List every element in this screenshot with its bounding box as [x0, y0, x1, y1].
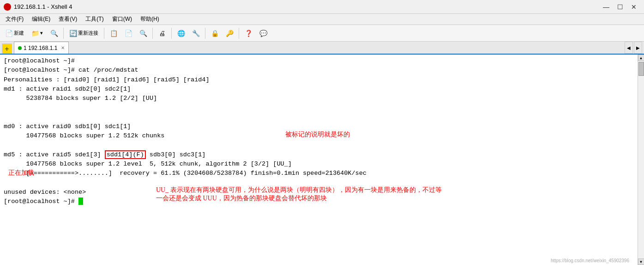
chat-icon: 💬 — [259, 30, 267, 37]
tab-close-button[interactable]: ✕ — [61, 45, 65, 50]
annotation-bad-label: 被标记的说明就是坏的 — [285, 130, 350, 139]
search-icon: 🔍 — [50, 30, 58, 37]
reconnect-label: 重新连接 — [78, 30, 98, 37]
add-tab-button[interactable]: + — [2, 43, 12, 54]
title-bar: 192.168.1.1 - Xshell 4 — ☐ ✕ — [0, 0, 644, 14]
open-dropdown: ▾ — [40, 30, 43, 36]
scroll-thumb[interactable] — [638, 62, 644, 76]
scroll-down-button[interactable]: ▼ — [638, 259, 644, 265]
reconnect-button[interactable]: 🔄 重新连接 — [66, 27, 102, 40]
terminal-line-algo: 10477568 blocks super 1.2 level 5, 512k … — [4, 160, 634, 169]
toolbar: 📄 新建 📁 ▾ 🔍 🔄 重新连接 📋 📄 🔍 🖨 🌐 🔧 🔒 🔑 ❓ — [0, 25, 644, 42]
find-icon: 🔍 — [139, 30, 147, 37]
menu-help[interactable]: 帮助(H) — [137, 14, 163, 24]
copy-button[interactable]: 📋 — [107, 27, 120, 40]
menu-bar: 文件(F) 编辑(E) 查看(V) 工具(T) 窗口(W) 帮助(H) — [0, 14, 644, 25]
menu-view[interactable]: 查看(V) — [55, 14, 81, 24]
connection-status-dot — [18, 46, 22, 50]
new-label: 新建 — [14, 30, 24, 37]
open-button[interactable]: 📁 ▾ — [28, 27, 46, 40]
unused-devices-group: unused devices: <none> [root@localhost ~… — [4, 188, 634, 207]
toolbar-sep-5 — [205, 28, 205, 39]
tab-scroll-arrows: ◀ ▶ — [625, 42, 642, 54]
terminal-line-3: Personalities : [raid0] [raid1] [raid6] … — [4, 75, 634, 85]
paste-icon: 📄 — [125, 30, 132, 37]
open-icon: 📁 — [31, 30, 39, 37]
window-title: 192.168.1.1 - Xshell 4 — [14, 3, 72, 10]
print-icon: 🖨 — [158, 30, 166, 37]
find-button[interactable]: 🔍 — [136, 27, 150, 40]
print-button[interactable]: 🖨 — [155, 27, 169, 40]
menu-edit[interactable]: 编辑(E) — [28, 14, 54, 24]
app-icon — [4, 3, 11, 11]
session-tab[interactable]: 1 192.168.1.1 ✕ — [14, 42, 69, 54]
network-button[interactable]: 🌐 — [174, 27, 188, 40]
terminal-line-4: md1 : active raid1 sdb2[0] sdc2[1] — [4, 85, 634, 94]
shield-button[interactable]: 🔒 — [208, 27, 222, 40]
failed-device-boxed: sdd1[4](F) — [105, 150, 146, 159]
md5-line-group: md5 : active raid5 sde1[3] sdd1[4](F) sd… — [4, 141, 634, 160]
settings-icon: 🔧 — [192, 30, 199, 37]
terminal-line-6 — [4, 103, 634, 112]
new-icon: 📄 — [5, 30, 12, 37]
search-button[interactable]: 🔍 — [47, 27, 61, 40]
terminal-line-recovery: [============>........] recovery = 61.1%… — [4, 169, 634, 178]
key-icon: 🔑 — [226, 30, 233, 37]
reconnect-icon: 🔄 — [69, 30, 77, 37]
terminal-line-md5: md5 : active raid5 sde1[3] sdd1[4](F) sd… — [4, 150, 634, 160]
help-icon: ❓ — [245, 30, 252, 37]
terminal-line-7 — [4, 113, 634, 122]
toolbar-sep-6 — [239, 28, 239, 39]
key-button[interactable]: 🔑 — [223, 27, 236, 40]
maximize-button[interactable]: ☐ — [614, 2, 626, 12]
menu-file[interactable]: 文件(F) — [2, 14, 27, 24]
copy-icon: 📋 — [110, 30, 117, 37]
watermark: https://blog.csdn.net/weixin_45902396 — [551, 258, 629, 263]
scroll-up-button[interactable]: ▲ — [638, 55, 644, 61]
toolbar-sep-4 — [171, 28, 172, 39]
terminal-line-5: 5238784 blocks super 1.2 [2/2] [UU] — [4, 94, 634, 103]
window-controls: — ☐ ✕ — [600, 2, 640, 12]
help-button[interactable]: ❓ — [241, 27, 255, 40]
menu-tools[interactable]: 工具(T) — [82, 14, 107, 24]
tab-scroll-right[interactable]: ▶ — [634, 42, 642, 54]
network-icon: 🌐 — [177, 30, 185, 37]
terminal-line-2: [root@localhost ~]# cat /proc/mdstat — [4, 66, 634, 75]
terminal-container: [root@localhost ~]# [root@localhost ~]# … — [0, 55, 644, 265]
tab-label: 1 192.168.1.1 — [24, 45, 57, 51]
paste-button[interactable]: 📄 — [121, 27, 135, 40]
settings-button[interactable]: 🔧 — [189, 27, 203, 40]
shield-icon: 🔒 — [211, 30, 218, 37]
annotation-loading: 正在加载 — [8, 169, 34, 177]
terminal-cursor — [78, 197, 83, 205]
annotation-uu-explanation: UU_ 表示现在有两块硬盘可用，为什么说是两块（明明有四块），因为有一块是用来热… — [156, 186, 442, 203]
tab-scroll-left[interactable]: ◀ — [625, 42, 633, 54]
tab-bar: + 1 192.168.1.1 ✕ ◀ ▶ — [0, 42, 644, 55]
close-button[interactable]: ✕ — [627, 2, 640, 12]
minimize-button[interactable]: — — [600, 2, 613, 12]
terminal-line-1: [root@localhost ~]# — [4, 56, 634, 66]
menu-window[interactable]: 窗口(W) — [108, 14, 136, 24]
vertical-scrollbar[interactable]: ▲ ▼ — [638, 55, 644, 265]
toolbar-sep-3 — [152, 28, 153, 39]
terminal-line-blank-2 — [4, 141, 634, 150]
new-button[interactable]: 📄 新建 — [2, 27, 27, 40]
md5-remaining: sdb3[0] sdc3[1] — [146, 151, 206, 158]
toolbar-sep-1 — [63, 28, 64, 39]
recovery-line-group: [============>........] recovery = 61.1%… — [4, 169, 634, 178]
toolbar-sep-2 — [104, 28, 104, 39]
title-bar-left: 192.168.1.1 - Xshell 4 — [4, 3, 72, 11]
chat-button[interactable]: 💬 — [256, 27, 270, 40]
terminal[interactable]: [root@localhost ~]# [root@localhost ~]# … — [0, 55, 638, 265]
terminal-line-8: md0 : active raid0 sdb1[0] sdc1[1] — [4, 122, 634, 131]
